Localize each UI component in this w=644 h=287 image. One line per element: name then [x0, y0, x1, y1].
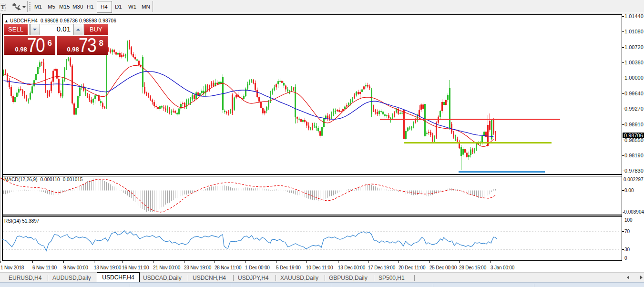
svg-text:T: T — [1, 3, 5, 10]
